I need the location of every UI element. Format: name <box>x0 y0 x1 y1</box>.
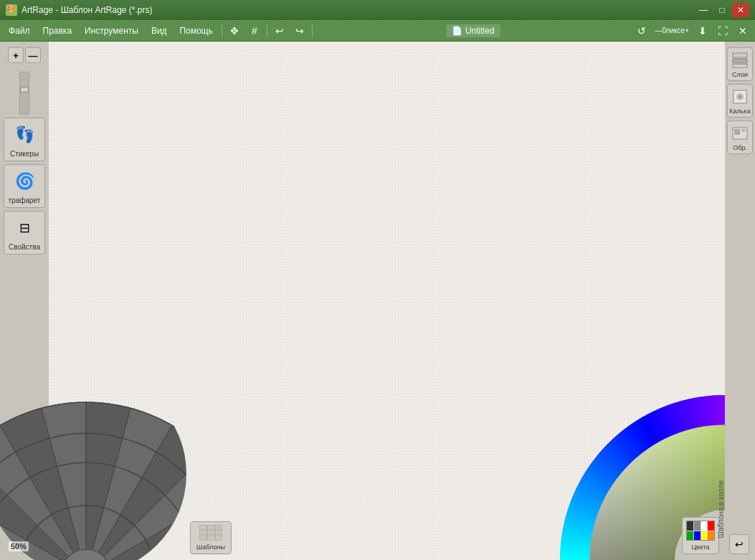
layers-button[interactable]: Слои <box>727 47 753 81</box>
sep3 <box>312 24 313 37</box>
color-swatch-grid <box>686 521 715 541</box>
title-bar: 🎨 ArtRage - Шаблон ArtRage (*.prs) — □ ✕ <box>0 0 755 20</box>
color-swatch-cell[interactable] <box>687 531 693 541</box>
close-doc-icon[interactable]: ✕ <box>733 22 752 39</box>
app-icon: 🎨 <box>6 4 17 16</box>
zoom-out-button[interactable]: — <box>25 47 41 63</box>
sep1 <box>222 24 222 37</box>
properties-tool[interactable]: ⊟ Свойства <box>4 211 45 255</box>
color-label: Цвета <box>691 544 709 551</box>
redo-icon[interactable]: ↪ <box>290 22 309 39</box>
zoom-controls: + — <box>8 47 41 63</box>
samples-label: Обр. <box>733 144 747 151</box>
doc-title: Untitled <box>465 26 495 36</box>
menu-view[interactable]: Вид <box>146 24 173 38</box>
bottom-right-button[interactable]: ↩ <box>729 534 749 554</box>
download-icon[interactable]: ⬇ <box>693 22 712 39</box>
grid-icon[interactable]: # <box>245 22 264 39</box>
svg-rect-2 <box>733 65 747 67</box>
stencil-label: трафарет <box>9 196 41 204</box>
templates-button[interactable]: Шаблоны <box>190 521 232 554</box>
doc-icon: 📄 <box>452 26 462 36</box>
minimize-button[interactable]: — <box>695 3 712 17</box>
rotate-icon[interactable]: ↺ <box>632 22 651 39</box>
maximize-button[interactable]: □ <box>713 3 731 17</box>
tracing-label: Калька <box>729 108 750 115</box>
color-swatch-cell[interactable] <box>708 531 714 541</box>
menu-edit[interactable]: Правка <box>37 24 78 38</box>
color-swatch-cell[interactable] <box>694 521 701 531</box>
window-title: ArtRage - Шаблон ArtRage (*.prs) <box>22 5 152 15</box>
samples-icon <box>730 123 750 143</box>
samples-button[interactable]: Обр. <box>727 120 753 154</box>
right-panel: Слои Калька Обр. <box>725 42 755 560</box>
templates-label: Шаблоны <box>196 544 225 551</box>
move-tool-icon[interactable]: ✥ <box>225 22 244 39</box>
menu-help[interactable]: Помощь <box>174 24 219 38</box>
main-area: + — 👣 Стикеры 🌀 трафарет ⊟ Свойства <box>0 42 755 560</box>
fullscreen-icon[interactable]: ⛶ <box>713 22 732 39</box>
menu-file[interactable]: Файл <box>3 24 36 38</box>
title-bar-buttons: — □ ✕ <box>695 3 749 17</box>
stencil-icon: 🌀 <box>11 168 38 195</box>
properties-label: Свойства <box>9 243 40 251</box>
title-bar-left: 🎨 ArtRage - Шаблон ArtRage (*.prs) <box>6 4 152 16</box>
svg-rect-0 <box>733 53 747 57</box>
properties-icon: ⊟ <box>11 214 38 242</box>
color-swatch-cell[interactable] <box>708 521 714 531</box>
sep2 <box>267 24 267 37</box>
stickers-label: Стикеры <box>10 150 39 158</box>
doc-tab[interactable]: 📄 Untitled <box>446 24 500 37</box>
layers-icon <box>730 50 750 70</box>
tool-wheel-canvas[interactable] <box>0 388 186 560</box>
close-button[interactable]: ✕ <box>732 3 749 17</box>
svg-point-5 <box>739 95 741 98</box>
stencil-tool[interactable]: 🌀 трафарет <box>4 164 45 208</box>
zoom-in-button[interactable]: + <box>8 47 24 63</box>
color-swatch-cell[interactable] <box>694 531 701 541</box>
pixel-label[interactable]: —0пиксе+ <box>652 22 692 39</box>
menu-bar: Файл Правка Инструменты Вид Помощь ✥ # ↩… <box>0 20 755 42</box>
layers-label: Слои <box>732 71 748 78</box>
templates-icon <box>199 525 222 542</box>
tool-wheel-area <box>0 388 201 560</box>
svg-rect-7 <box>734 129 740 135</box>
color-swatch-cell[interactable] <box>687 521 693 531</box>
zoom-slider-handle[interactable] <box>20 87 29 92</box>
zoom-percent: 50% <box>9 541 29 551</box>
menu-tools[interactable]: Инструменты <box>79 24 144 38</box>
undo-icon[interactable]: ↩ <box>270 22 289 39</box>
doc-tab-area: 📄 Untitled <box>315 24 631 37</box>
stickers-tool[interactable]: 👣 Стикеры <box>4 118 45 161</box>
zoom-slider[interactable] <box>19 72 29 115</box>
svg-rect-1 <box>733 59 747 63</box>
svg-rect-8 <box>741 129 746 132</box>
stickers-icon: 👣 <box>11 121 38 148</box>
tracing-button[interactable]: Калька <box>727 84 753 118</box>
color-swatch-cell[interactable] <box>701 521 708 531</box>
svg-rect-9 <box>199 525 222 541</box>
color-swatch-cell[interactable] <box>701 531 708 541</box>
color-swatch-button[interactable]: Цвета <box>682 517 719 554</box>
tracing-icon <box>730 87 750 107</box>
right-toolbar: ↺ —0пиксе+ ⬇ ⛶ ✕ <box>632 22 752 39</box>
con-label: Шаблона в колле <box>717 480 725 538</box>
